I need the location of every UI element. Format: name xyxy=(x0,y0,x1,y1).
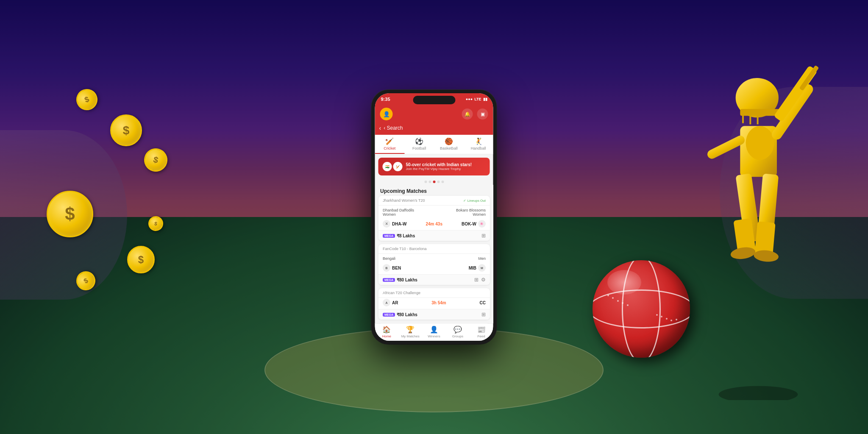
team-row-1: ⚔ DHA-W 24m 43s BOK-W 🌸 xyxy=(378,219,490,230)
phone-notch xyxy=(413,96,455,104)
nav-feed[interactable]: 📰 Feed xyxy=(470,326,493,338)
tab-cricket[interactable]: 🏏 Cricket xyxy=(375,135,405,154)
banner-subtitle: Join the PayTM Vijay Hazare Trophy xyxy=(406,167,486,171)
match-timer-1: 24m 43s xyxy=(426,222,442,226)
team2-abbr-2: MIB M xyxy=(468,264,485,272)
coin-large: $ xyxy=(47,191,93,237)
team1-abbr-2: B BEN xyxy=(383,264,401,272)
team1-name-2: Bengali xyxy=(383,256,395,261)
lineups-badge-1: ✓ Lineups Out xyxy=(463,199,485,203)
team1-abbr-text-1: DHA-W xyxy=(392,222,406,226)
team2-abbr-1: BOK-W 🌸 xyxy=(461,220,485,228)
nav-winners[interactable]: 👤 Winners xyxy=(422,326,446,338)
lineups-text: Lineups Out xyxy=(467,199,485,203)
cricket-ball xyxy=(593,260,690,358)
winners-nav-icon: 👤 xyxy=(430,326,438,334)
coin-small3: $ xyxy=(73,268,99,294)
team-row-2: B BEN MIB M xyxy=(378,263,490,274)
coin-small1: $ xyxy=(73,86,100,113)
match-card-2[interactable]: FanCode T10 - Barcelona Bengali Men B BE… xyxy=(378,244,490,285)
upcoming-matches-title: Upcoming Matches xyxy=(375,185,493,196)
tab-handball[interactable]: 🤾 Handball xyxy=(464,135,493,154)
prize-info-2: MEGA ₹80 Lakhs xyxy=(383,278,417,282)
nav-my-matches[interactable]: 🏆 My Matches xyxy=(398,326,422,338)
dot-2 xyxy=(428,181,431,183)
match-header-3: African T20 Challenge xyxy=(378,288,490,298)
match-header-1: Jharkhand Women's T20 ✓ Lineups Out xyxy=(378,196,490,206)
groups-nav-icon: 💬 xyxy=(453,326,462,334)
basketball-tab-label: Basketball xyxy=(440,146,458,150)
promo-banner[interactable]: 🇮🇳 🏏 50-over cricket with Indian stars! … xyxy=(378,158,490,175)
handball-tab-icon: 🤾 xyxy=(474,137,483,145)
team2-logo-1: 🌸 xyxy=(478,220,485,228)
main-scroll-area[interactable]: Upcoming Matches Jharkhand Women's T20 ✓… xyxy=(375,185,493,323)
match-footer-icon-3[interactable]: ⊞ xyxy=(481,312,486,317)
football-tab-icon: ⚽ xyxy=(415,137,423,145)
team2-name-1: Bokaro Blossoms Women xyxy=(448,208,486,217)
team2-abbr-text-2: MIB xyxy=(468,266,476,270)
back-arrow-icon[interactable]: ‹ xyxy=(379,125,381,131)
dot-5 xyxy=(441,181,444,183)
match-teams-1: Dhanbad Daffodils Women Bokaro Blossoms … xyxy=(378,206,490,219)
search-label[interactable]: ‹ Search xyxy=(384,125,403,131)
prize-info-3: MEGA ₹80 Lakhs xyxy=(383,312,417,317)
match-footer-3: MEGA ₹80 Lakhs ⊞ xyxy=(378,309,490,320)
match-footer-icon-2a[interactable]: ⊞ xyxy=(474,277,479,283)
match-card-1[interactable]: Jharkhand Women's T20 ✓ Lineups Out Dhan… xyxy=(378,196,490,241)
team1-abbr-text-3: AR xyxy=(392,300,398,305)
prize-info-1: MEGA ₹8 Lakhs xyxy=(383,234,415,238)
battery-icon: ▮▮ xyxy=(483,97,487,101)
svg-line-8 xyxy=(712,140,740,154)
basketball-tab-icon: 🏀 xyxy=(445,137,453,145)
signal-icon: ●●● xyxy=(466,97,473,101)
football-tab-label: Football xyxy=(412,146,426,150)
ball-seam-dots xyxy=(593,260,690,358)
match-card-3[interactable]: African T20 Challenge A AR 3h 54m CC xyxy=(378,288,490,320)
tab-football[interactable]: ⚽ Football xyxy=(404,135,434,154)
match-footer-1: MEGA ₹8 Lakhs ⊞ xyxy=(378,230,490,241)
prize-amount-3: ₹80 Lakhs xyxy=(397,312,417,317)
prize-amount-2: ₹80 Lakhs xyxy=(397,278,417,282)
match-footer-icon-2b[interactable]: ⚙ xyxy=(481,277,486,283)
team-logo-india: 🇮🇳 xyxy=(383,162,392,171)
team2-abbr-text-3: CC xyxy=(479,300,485,305)
cricket-tab-icon: 🏏 xyxy=(385,137,394,145)
phone-device: 9:35 ●●● LTE ▮▮ 👤 🔔 ▣ ‹ xyxy=(372,90,497,344)
team2-name-2: Men xyxy=(478,256,486,261)
team1-abbr-text-2: BEN xyxy=(392,266,401,270)
match-league-3: African T20 Challenge xyxy=(383,291,420,295)
mega-badge-1: MEGA xyxy=(383,234,395,238)
team2-logo-2: M xyxy=(478,264,486,272)
status-time: 9:35 xyxy=(381,97,390,102)
team1-name-1: Dhanbad Daffodils Women xyxy=(383,208,421,217)
coin-mid1: $ xyxy=(110,114,142,146)
svg-rect-1 xyxy=(740,109,779,116)
nav-home[interactable]: 🏠 Home xyxy=(375,326,399,338)
wallet-button[interactable]: ▣ xyxy=(477,108,488,120)
team2-abbr-text-1: BOK-W xyxy=(461,222,476,226)
user-avatar[interactable]: 👤 xyxy=(380,108,393,120)
status-icons: ●●● LTE ▮▮ xyxy=(466,97,487,101)
sports-tabs: 🏏 Cricket ⚽ Football 🏀 Basketball 🤾 Hand… xyxy=(375,135,493,154)
banner-team-logos: 🇮🇳 🏏 xyxy=(383,162,403,171)
tab-basketball[interactable]: 🏀 Basketball xyxy=(434,135,464,154)
team-row-3: A AR 3h 54m CC xyxy=(378,298,490,309)
team-logo-2: 🏏 xyxy=(393,162,403,171)
svg-point-17 xyxy=(719,386,798,400)
app-header: 👤 🔔 ▣ xyxy=(375,105,493,124)
nav-groups[interactable]: 💬 Groups xyxy=(446,326,470,338)
banner-dots-indicator xyxy=(375,179,493,185)
coins-container: $ $ $ $ $ $ $ xyxy=(42,64,178,318)
team1-abbr-3: A AR xyxy=(383,299,398,306)
my-matches-nav-label: My Matches xyxy=(401,334,420,338)
cricket-tab-label: Cricket xyxy=(384,146,395,150)
match-footer-icon-1[interactable]: ⊞ xyxy=(481,233,486,239)
dot-4 xyxy=(437,181,440,183)
coin-tiny: $ xyxy=(147,215,164,232)
header-right: 🔔 ▣ xyxy=(462,108,488,120)
lineups-icon: ✓ xyxy=(463,199,466,203)
home-nav-icon: 🏠 xyxy=(382,326,391,334)
notification-button[interactable]: 🔔 xyxy=(462,108,473,120)
winners-nav-label: Winners xyxy=(428,334,440,338)
team2-abbr-3: CC xyxy=(479,300,485,305)
